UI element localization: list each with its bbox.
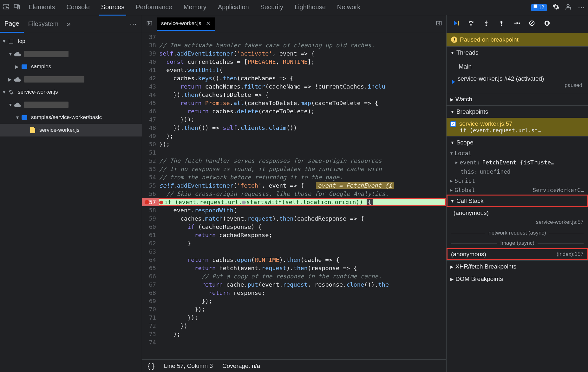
code-line[interactable]: 61 return cachedResponse; — [142, 231, 446, 239]
section-scope[interactable]: ▼Scope — [447, 136, 588, 149]
code-line[interactable]: 59 caches.match(event.request).then(cach… — [142, 215, 446, 223]
tree-file-service-worker[interactable]: service-worker.js — [0, 124, 142, 136]
code-line[interactable]: 69 }); — [142, 297, 446, 305]
code-line[interactable]: 37 — [142, 33, 446, 41]
more-icon[interactable]: ⋯ — [578, 3, 585, 12]
code-line[interactable]: 46 return caches.delete(cacheToDelete); — [142, 107, 446, 116]
code-line[interactable]: 56 // Skip cross-origin requests, like t… — [142, 190, 446, 198]
code-line[interactable]: 72 }) — [142, 322, 446, 330]
close-tab-icon[interactable]: ✕ — [206, 20, 211, 27]
code-line[interactable]: 73 ); — [142, 330, 446, 338]
inspect-element-icon[interactable] — [3, 3, 10, 12]
code-line[interactable]: 57if (event.request.url.startsWith(self.… — [142, 198, 446, 206]
toggle-device-icon[interactable] — [13, 3, 20, 12]
code-line[interactable]: 41 event.waitUntil( — [142, 66, 446, 74]
code-line[interactable]: 39self.addEventListener('activate', even… — [142, 50, 446, 58]
deactivate-breakpoints-icon[interactable] — [528, 20, 535, 28]
code-line[interactable]: 53// If no response is found, it populat… — [142, 165, 446, 173]
code-line[interactable]: 66 // Put a copy of the response in the … — [142, 272, 446, 281]
code-line[interactable]: 48 }).then(() => self.clients.claim()) — [142, 124, 446, 132]
toggle-navigator-icon[interactable] — [142, 20, 157, 28]
code-line[interactable]: 55self.addEventListener('fetch', event =… — [142, 182, 446, 190]
code-line[interactable]: 58 event.respondWith( — [142, 206, 446, 215]
tab-memory[interactable]: Memory — [182, 0, 208, 16]
tree-folder-sw-basic[interactable]: ▼samples/service-worker/basic — [0, 111, 142, 124]
tab-application[interactable]: Application — [216, 0, 251, 16]
tab-elements[interactable]: Elements — [27, 0, 57, 16]
pause-exceptions-icon[interactable] — [544, 20, 551, 28]
code-line[interactable]: 74 — [142, 338, 446, 347]
code-line[interactable]: 67 return cache.put(event.request, respo… — [142, 281, 446, 289]
code-line[interactable]: 40 const currentCaches = [PRECACHE, RUNT… — [142, 58, 446, 66]
section-xhr-breakpoints[interactable]: ▶XHR/fetch Breakpoints — [447, 260, 588, 273]
tree-origin[interactable]: ▼ — [0, 98, 142, 111]
issues-badge[interactable]: ▀ 12 — [531, 4, 547, 11]
scope-this[interactable]: this: undefined — [447, 167, 588, 176]
tree-origin[interactable]: ▶ — [0, 73, 142, 86]
scope-global[interactable]: ▶GlobalServiceWorkerG… — [447, 185, 588, 195]
section-call-stack[interactable]: ▼Call Stack — [447, 195, 588, 207]
nav-menu-icon[interactable]: ⋯ — [130, 20, 137, 28]
callstack-frame[interactable]: (anonymous)(index):157 — [447, 248, 588, 260]
section-dom-breakpoints[interactable]: ▶DOM Breakpoints — [447, 273, 588, 285]
code-line[interactable]: 38// The activate handler takes care of … — [142, 41, 446, 50]
tree-label: service-worker.js — [39, 127, 80, 133]
step-icon[interactable] — [513, 20, 520, 28]
code-line[interactable]: 62 } — [142, 239, 446, 248]
scope-script[interactable]: ▶Script — [447, 176, 588, 185]
section-threads[interactable]: ▼Threads — [447, 46, 588, 59]
tab-security[interactable]: Security — [258, 0, 285, 16]
code-line[interactable]: 44 }).then(cachesToDelete => { — [142, 91, 446, 99]
tab-console[interactable]: Console — [64, 0, 91, 16]
tab-network[interactable]: Network — [335, 0, 362, 16]
account-icon[interactable] — [565, 3, 572, 12]
resume-icon[interactable] — [452, 20, 459, 28]
code-line[interactable]: 71 }); — [142, 314, 446, 322]
code-line[interactable]: 49 ); — [142, 132, 446, 140]
tree-top-frame[interactable]: ▼top — [0, 35, 142, 48]
tab-sources[interactable]: Sources — [99, 0, 126, 16]
code-line[interactable]: 51 — [142, 149, 446, 157]
editor-file-tab[interactable]: service-worker.js ✕ — [157, 17, 215, 31]
main-panel-tabs: Elements Console Sources Performance Mem… — [27, 0, 531, 16]
code-editor[interactable]: 3738// The activate handler takes care o… — [142, 33, 446, 359]
code-line[interactable]: 63 — [142, 248, 446, 256]
breakpoint-checkbox[interactable]: ✓ — [450, 121, 456, 127]
tree-folder-samples[interactable]: ▶samples — [0, 60, 142, 73]
code-line[interactable]: 60 if (cachedResponse) { — [142, 223, 446, 231]
code-line[interactable]: 43 return cacheNames.filter(cacheName =>… — [142, 83, 446, 91]
code-line[interactable]: 54// from the network before returning i… — [142, 173, 446, 182]
tab-page[interactable]: Page — [0, 15, 24, 33]
tree-service-worker-frame[interactable]: ▼service-worker.js — [0, 86, 142, 98]
breakpoint-entry[interactable]: ✓service-worker.js:57 if (event.request.… — [447, 118, 588, 136]
current-thread-icon — [452, 80, 455, 84]
section-breakpoints[interactable]: ▼Breakpoints — [447, 105, 588, 118]
tab-lighthouse[interactable]: Lighthouse — [293, 0, 328, 16]
code-line[interactable]: 47 })); — [142, 116, 446, 124]
step-out-icon[interactable] — [498, 20, 505, 28]
code-line[interactable]: 68 return response; — [142, 289, 446, 297]
tab-filesystem[interactable]: Filesystem — [24, 15, 63, 33]
tab-performance[interactable]: Performance — [134, 0, 174, 16]
code-line[interactable]: 45 return Promise.all(cachesToDelete.map… — [142, 99, 446, 107]
code-line[interactable]: 52// The fetch handler serves responses … — [142, 157, 446, 165]
settings-icon[interactable] — [552, 3, 559, 12]
toggle-debugger-icon[interactable] — [436, 20, 442, 28]
section-watch[interactable]: ▶Watch — [447, 93, 588, 105]
code-line[interactable]: 64 return caches.open(RUNTIME).then(cach… — [142, 256, 446, 264]
step-over-icon[interactable] — [467, 20, 474, 28]
format-icon[interactable]: { } — [148, 362, 154, 370]
scope-local[interactable]: ▼Local — [447, 149, 588, 158]
code-line[interactable]: 65 return fetch(event.request).then(resp… — [142, 264, 446, 272]
svg-point-9 — [470, 24, 472, 26]
step-into-icon[interactable] — [483, 20, 490, 28]
thread-worker[interactable]: service-worker.js #42 (activated) paused — [447, 73, 588, 91]
nav-tabs-more-icon[interactable]: » — [67, 20, 70, 28]
callstack-frame[interactable]: (anonymous) — [447, 207, 588, 219]
code-line[interactable]: 42 caches.keys().then(cacheNames => { — [142, 74, 446, 83]
code-line[interactable]: 50}); — [142, 140, 446, 149]
tree-origin[interactable]: ▼ — [0, 48, 142, 60]
scope-event[interactable]: ▶event: FetchEvent {isTruste… — [447, 158, 588, 167]
code-line[interactable]: 70 }); — [142, 305, 446, 314]
thread-main[interactable]: Main — [447, 61, 588, 73]
